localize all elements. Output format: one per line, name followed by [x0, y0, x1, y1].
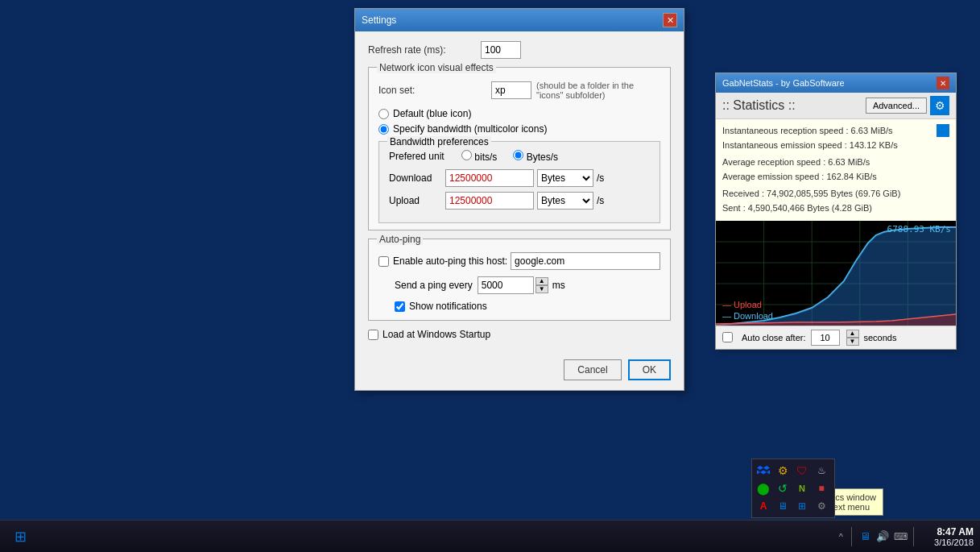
upload-label: Upload [389, 195, 445, 206]
enable-autoping-label: Enable auto-ping this host: [393, 255, 507, 267]
upload-per-second: /s [597, 195, 604, 206]
tray-expand-button[interactable]: ^ [839, 532, 843, 542]
desktop: Settings ✕ Refresh rate (ms): Network ic… [0, 0, 980, 552]
stats-icon-button[interactable]: ⚙ [930, 96, 949, 115]
avg-emission: Average emission speed : 162.84 KiB/s [722, 170, 900, 185]
tray-red-icon[interactable]: ■ [813, 480, 829, 496]
tray-green-circle-icon[interactable]: ⬤ [755, 480, 771, 496]
auto-close-checkbox[interactable] [722, 332, 733, 342]
load-startup-checkbox[interactable] [368, 330, 378, 340]
radio-default[interactable] [378, 109, 389, 119]
tray-windows-icon[interactable]: ⊞ [794, 498, 810, 514]
show-notifications-checkbox[interactable] [395, 301, 405, 312]
advanced-button[interactable]: Advanced... [866, 98, 927, 114]
cancel-button[interactable]: Cancel [564, 359, 621, 380]
download-legend: — Download [722, 311, 773, 321]
tray-popup: ⚙ 🛡 ♨ ⬤ ↺ N ■ A 🖥 ⊞ ⚙ [751, 459, 835, 518]
received-label: Received : 74,902,085,595 Bytes (69.76 G… [722, 187, 900, 201]
stats-body: Instantaneous reception speed : 6.63 MiB… [716, 119, 956, 221]
radio-specify[interactable] [378, 124, 389, 135]
send-ping-row: Send a ping every ▲ ▼ ms [395, 276, 660, 294]
stats-footer: Auto close after: ▲ ▼ seconds [716, 326, 956, 349]
clock-date: 3/16/2018 [925, 537, 974, 547]
startup-row: Load at Windows Startup [368, 329, 671, 340]
icon-set-label: Icon set: [378, 85, 491, 96]
radio-bytes-label[interactable]: Bytes/s [513, 150, 558, 163]
dialog-footer: Cancel OK [355, 359, 684, 390]
stats-title-text: GabNetStats - by GabSoftware [722, 78, 845, 88]
seconds-label: seconds [864, 333, 897, 342]
stats-titlebar: GabNetStats - by GabSoftware ✕ [716, 73, 956, 93]
tray-separator-2 [913, 527, 914, 546]
stats-graph: 6788.93 KB/s — Upload — Download [716, 221, 956, 326]
taskbar-tray: ^ 🖥 🔊 ⌨ 8:47 AM 3/16/2018 [833, 521, 980, 552]
autoping-host-input[interactable] [511, 252, 660, 270]
dialog-titlebar: Settings ✕ [355, 9, 684, 31]
tray-icon-2[interactable]: 🔊 [875, 529, 891, 545]
sent-label: Sent : 4,590,540,466 Bytes (4.28 GiB) [722, 201, 900, 216]
stats-close-button[interactable]: ✕ [937, 77, 949, 89]
radio-bits[interactable] [461, 150, 472, 160]
radio-default-row: Default (blue icon) [378, 108, 660, 119]
tray-dropbox-icon[interactable] [755, 463, 771, 479]
graph-speed-label: 6788.93 KB/s [887, 224, 951, 234]
tray-network-icon[interactable]: 🖥 [775, 498, 791, 514]
download-per-second: /s [597, 172, 604, 184]
stats-header: :: Statistics :: Advanced... ⚙ [716, 93, 956, 119]
tray-adobe-icon[interactable]: A [755, 498, 771, 514]
tray-green-arrow-icon[interactable]: ↺ [775, 480, 791, 496]
radio-bits-label[interactable]: bits/s [461, 150, 497, 163]
tray-shield-red-icon[interactable]: 🛡 [794, 463, 810, 479]
auto-close-spinner-up[interactable]: ▲ [846, 330, 859, 338]
bandwidth-prefs-title: Bandwidth preferences [387, 136, 491, 147]
dialog-close-button[interactable]: ✕ [663, 13, 677, 27]
tray-usb-icon[interactable]: ⚙ [775, 463, 791, 479]
refresh-rate-input[interactable] [481, 41, 521, 59]
radio-default-label: Default (blue icon) [393, 108, 471, 119]
show-notifications-label: Show notifications [409, 301, 487, 312]
auto-close-spinner[interactable]: ▲ ▼ [846, 330, 859, 346]
instant-reception: Instantaneous reception speed : 6.63 MiB… [722, 124, 900, 139]
dialog-title: Settings [362, 15, 396, 26]
preferred-unit-row: Prefered unit bits/s Bytes/s [389, 150, 650, 163]
taskbar: ⊞ ^ 🖥 🔊 ⌨ 8:47 AM 3/16/2018 [0, 520, 980, 552]
show-notifications-row: Show notifications [395, 301, 660, 312]
ping-spinner[interactable]: ▲ ▼ [535, 277, 548, 293]
download-label: Download [389, 172, 445, 184]
tray-clock[interactable]: 8:47 AM 3/16/2018 [925, 526, 974, 547]
download-unit-select[interactable]: Bytes bits KBytes MBytes [537, 169, 593, 187]
autoping-section: Auto-ping Enable auto-ping this host: Se… [368, 239, 671, 321]
tray-separator [851, 527, 852, 546]
enable-autoping-checkbox[interactable] [378, 256, 389, 267]
ok-button[interactable]: OK [628, 359, 671, 380]
radio-specify-label: Specify bandwidth (multicolor icons) [393, 123, 547, 135]
download-row: Download Bytes bits KBytes MBytes /s [389, 169, 650, 187]
upload-input[interactable] [445, 192, 534, 210]
tray-icon-1[interactable]: 🖥 [857, 529, 873, 545]
radio-bytes[interactable] [513, 150, 523, 160]
network-icon-section-title: Network icon visual effects [377, 62, 496, 73]
auto-close-input[interactable] [811, 330, 840, 346]
tray-gear-icon[interactable]: ⚙ [813, 498, 829, 514]
download-input[interactable] [445, 169, 534, 187]
tray-icon-3[interactable]: ⌨ [892, 529, 908, 545]
ping-spinner-down[interactable]: ▼ [535, 285, 548, 293]
ping-spinner-up[interactable]: ▲ [535, 277, 548, 285]
icon-set-input[interactable] [491, 81, 531, 99]
auto-close-label: Auto close after: [742, 333, 806, 342]
tray-steam-icon[interactable]: ♨ [813, 463, 829, 479]
refresh-rate-row: Refresh rate (ms): [368, 41, 671, 59]
network-icon-section: Network icon visual effects Icon set: (s… [368, 67, 671, 230]
upload-row: Upload Bytes bits KBytes MBytes /s [389, 192, 650, 210]
send-ping-label: Send a ping every [395, 280, 473, 291]
unit-options: bits/s Bytes/s [461, 150, 558, 163]
upload-legend: — Upload [722, 300, 762, 309]
instant-emission: Instantaneous emission speed : 143.12 KB… [722, 139, 900, 153]
tray-nvidia-icon[interactable]: N [794, 480, 810, 496]
auto-close-spinner-down[interactable]: ▼ [846, 338, 859, 346]
taskbar-start[interactable]: ⊞ [0, 521, 40, 552]
preferred-unit-label: Prefered unit [389, 151, 461, 162]
stats-panel: GabNetStats - by GabSoftware ✕ :: Statis… [715, 73, 957, 350]
send-ping-input[interactable] [478, 276, 534, 294]
upload-unit-select[interactable]: Bytes bits KBytes MBytes [537, 192, 593, 210]
